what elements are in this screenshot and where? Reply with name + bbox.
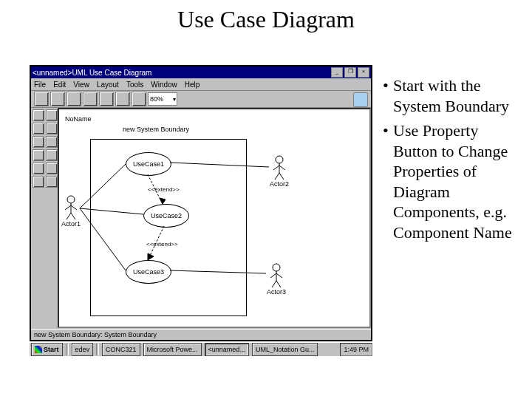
svg-line-24 xyxy=(80,208,126,270)
palette-extend-icon[interactable] xyxy=(46,163,58,174)
windows-logo-icon xyxy=(35,346,42,353)
start-label: Start xyxy=(44,346,59,353)
palette-gen-icon[interactable] xyxy=(46,176,58,188)
menu-help[interactable]: Help xyxy=(185,81,200,89)
palette-line-icon[interactable] xyxy=(33,149,44,161)
menu-window[interactable]: Window xyxy=(151,81,177,89)
palette-actor-icon[interactable] xyxy=(33,123,44,134)
zoom-combo[interactable]: 80% xyxy=(148,92,177,106)
workarea: NoName new System Boundary UseCase1 UseC… xyxy=(31,108,371,328)
canvas[interactable]: NoName new System Boundary UseCase1 UseC… xyxy=(58,108,371,328)
clock: 1:49 PM xyxy=(344,346,369,353)
menubar: File Edit View Layout Tools Window Help xyxy=(31,78,371,91)
menu-tools[interactable]: Tools xyxy=(126,81,143,89)
svg-line-22 xyxy=(80,164,126,208)
zoom-value: 80% xyxy=(150,95,163,103)
page-title: Use Case Diagram xyxy=(0,6,532,33)
system-tray[interactable]: 1:49 PM xyxy=(340,343,372,356)
svg-line-26 xyxy=(170,270,266,273)
globe-icon[interactable] xyxy=(353,92,368,107)
bullet-item: Start with the System Boundary xyxy=(393,75,523,116)
taskbar: Start edev CONC321 Microsoft Powe... <un… xyxy=(30,341,372,356)
window-controls: _ ❐ × xyxy=(331,67,369,78)
menu-edit[interactable]: Edit xyxy=(53,81,66,89)
close-button[interactable]: × xyxy=(358,67,369,78)
slide: Use Case Diagram <unnamed>UML Use Case D… xyxy=(0,0,532,399)
tool-cut-icon[interactable] xyxy=(99,92,114,106)
tasks-separator xyxy=(96,344,99,355)
palette-select-icon[interactable] xyxy=(33,109,44,121)
svg-line-25 xyxy=(170,163,269,167)
task-item[interactable]: Microsoft Powe... xyxy=(143,343,202,356)
palette-boundary-icon[interactable] xyxy=(33,136,44,148)
quicklaunch-separator xyxy=(66,344,69,355)
palette-text-icon[interactable] xyxy=(46,109,58,121)
menu-layout[interactable]: Layout xyxy=(97,81,119,89)
tool-save-icon[interactable] xyxy=(66,92,81,106)
toolbar: 80% xyxy=(31,91,371,108)
bullet-item: Use Property Button to Change Properties… xyxy=(393,120,523,242)
bullet-list: Start with the System Boundary Use Prope… xyxy=(381,75,523,247)
status-text: new System Boundary: System Boundary xyxy=(34,331,157,338)
svg-marker-19 xyxy=(160,198,166,204)
tool-paste-icon[interactable] xyxy=(132,92,146,106)
app-window: <unnamed>UML Use Case Diagram _ ❐ × File… xyxy=(30,65,372,341)
menu-view[interactable]: View xyxy=(73,81,89,89)
palette-include-icon[interactable] xyxy=(33,176,44,188)
tool-new-icon[interactable] xyxy=(34,92,49,106)
menu-file[interactable]: File xyxy=(34,81,46,89)
tool-palette xyxy=(31,108,61,328)
maximize-button[interactable]: ❐ xyxy=(344,67,356,78)
connectors xyxy=(59,109,369,328)
tool-print-icon[interactable] xyxy=(83,92,98,106)
palette-note-icon[interactable] xyxy=(46,136,58,148)
tool-copy-icon[interactable] xyxy=(115,92,130,106)
palette-assoc-icon[interactable] xyxy=(33,163,44,174)
window-title: <unnamed>UML Use Case Diagram xyxy=(33,69,151,77)
palette-dashed-icon[interactable] xyxy=(46,149,58,161)
minimize-button[interactable]: _ xyxy=(331,67,343,78)
tool-open-icon[interactable] xyxy=(50,92,65,106)
svg-line-23 xyxy=(80,208,143,214)
task-item[interactable]: CONC321 xyxy=(102,343,140,356)
task-item[interactable]: UML_Notation Gu... xyxy=(252,343,318,356)
start-button[interactable]: Start xyxy=(31,343,63,356)
statusbar: new System Boundary: System Boundary xyxy=(31,329,371,340)
task-item-active[interactable]: <unnamed... xyxy=(205,343,249,356)
titlebar: <unnamed>UML Use Case Diagram _ ❐ × xyxy=(31,66,371,78)
palette-usecase-icon[interactable] xyxy=(46,123,58,134)
quicklaunch-item[interactable]: edev xyxy=(72,343,94,356)
